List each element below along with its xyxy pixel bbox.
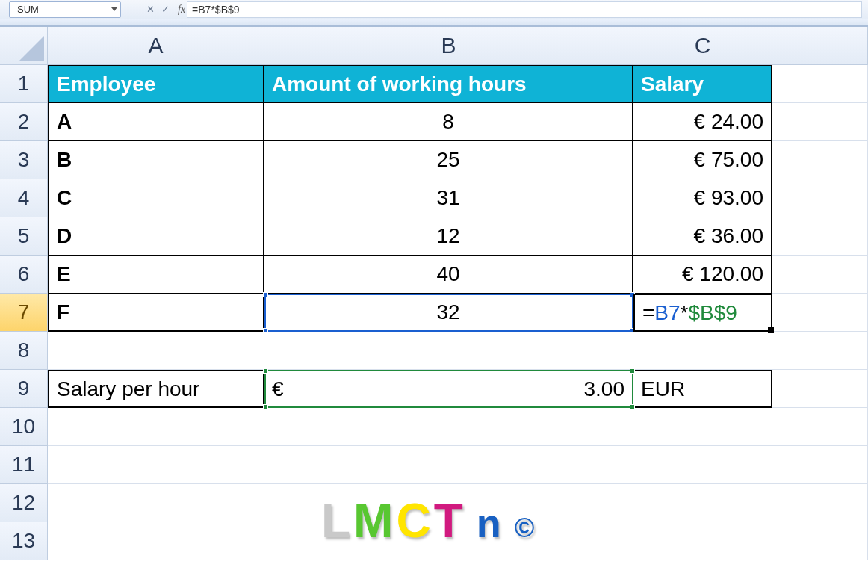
logo-watermark: L M C T n © <box>321 493 537 548</box>
column-header-blank[interactable] <box>772 27 868 65</box>
select-all-corner[interactable] <box>0 27 48 65</box>
row-header-7[interactable]: 7 <box>0 294 48 332</box>
cell-B10[interactable] <box>264 408 633 446</box>
cell-C7[interactable] <box>633 294 772 332</box>
cell-B11[interactable] <box>264 446 633 484</box>
cell-C5[interactable]: € 36.00 <box>633 217 772 256</box>
sph-amount: 3.00 <box>584 377 625 401</box>
cell-A9[interactable]: Salary per hour <box>48 370 264 408</box>
row-header-5[interactable]: 5 <box>0 217 48 256</box>
cell-A6[interactable]: E <box>48 256 264 294</box>
row-header-10[interactable]: 10 <box>0 408 48 446</box>
row-header-13[interactable]: 13 <box>0 522 48 560</box>
cell-C12[interactable] <box>633 484 772 522</box>
row-header-9[interactable]: 9 <box>0 370 48 408</box>
cell-A1[interactable]: Employee <box>48 65 264 103</box>
cell-C4[interactable]: € 93.00 <box>633 179 772 217</box>
chevron-down-icon[interactable] <box>111 7 117 11</box>
cell-A8[interactable] <box>48 332 264 370</box>
cell-A13[interactable] <box>48 522 264 560</box>
cancel-formula-button[interactable]: ✕ <box>145 4 155 15</box>
cell-A2[interactable]: A <box>48 103 264 141</box>
cell-C11[interactable] <box>633 446 772 484</box>
name-box-value: SUM <box>17 4 39 15</box>
row-header-2[interactable]: 2 <box>0 103 48 141</box>
accept-formula-button[interactable]: ✓ <box>160 4 170 15</box>
cell-D1[interactable] <box>772 65 868 103</box>
cell-A11[interactable] <box>48 446 264 484</box>
cell-C10[interactable] <box>633 408 772 446</box>
formula-input[interactable]: =B7*$B$9 <box>187 1 862 18</box>
cell-C8[interactable] <box>633 332 772 370</box>
row-header-12[interactable]: 12 <box>0 484 48 522</box>
cell-B6[interactable]: 40 <box>264 256 633 294</box>
cell-D11[interactable] <box>772 446 868 484</box>
cell-B3[interactable]: 25 <box>264 141 633 179</box>
cell-B1[interactable]: Amount of working hours <box>264 65 633 103</box>
cell-B8[interactable] <box>264 332 633 370</box>
cell-A5[interactable]: D <box>48 217 264 256</box>
name-box[interactable]: SUM <box>9 1 121 18</box>
cell-B5[interactable]: 12 <box>264 217 633 256</box>
spreadsheet-grid[interactable]: A B C 1 Employee Amount of working hours… <box>0 27 868 560</box>
cell-D5[interactable] <box>772 217 868 256</box>
cell-D7[interactable] <box>772 294 868 332</box>
cell-B7[interactable]: 32 <box>264 294 633 332</box>
cell-C3[interactable]: € 75.00 <box>633 141 772 179</box>
cell-D8[interactable] <box>772 332 868 370</box>
row-header-3[interactable]: 3 <box>0 141 48 179</box>
cell-D9[interactable] <box>772 370 868 408</box>
formula-input-text: =B7*$B$9 <box>192 4 239 16</box>
row-header-11[interactable]: 11 <box>0 446 48 484</box>
cell-A4[interactable]: C <box>48 179 264 217</box>
cell-A7[interactable]: F <box>48 294 264 332</box>
cell-A10[interactable] <box>48 408 264 446</box>
cell-D4[interactable] <box>772 179 868 217</box>
cell-C6[interactable]: € 120.00 <box>633 256 772 294</box>
column-header-C[interactable]: C <box>633 27 772 65</box>
row-header-8[interactable]: 8 <box>0 332 48 370</box>
fx-icon[interactable]: fx <box>178 4 185 16</box>
row-header-4[interactable]: 4 <box>0 179 48 217</box>
cell-C13[interactable] <box>633 522 772 560</box>
column-header-B[interactable]: B <box>264 27 633 65</box>
cell-B9[interactable]: € 3.00 <box>264 370 633 408</box>
cell-B4[interactable]: 31 <box>264 179 633 217</box>
cell-D10[interactable] <box>772 408 868 446</box>
ribbon-band <box>0 19 868 27</box>
cell-A12[interactable] <box>48 484 264 522</box>
column-header-A[interactable]: A <box>48 27 264 65</box>
cell-D13[interactable] <box>772 522 868 560</box>
cell-B2[interactable]: 8 <box>264 103 633 141</box>
cell-D2[interactable] <box>772 103 868 141</box>
sph-currency: € <box>272 377 284 401</box>
cell-C1[interactable]: Salary <box>633 65 772 103</box>
row-header-6[interactable]: 6 <box>0 256 48 294</box>
cell-D12[interactable] <box>772 484 868 522</box>
formula-bar: SUM ✕ ✓ fx =B7*$B$9 <box>0 0 868 19</box>
cell-C9[interactable]: EUR <box>633 370 772 408</box>
row-header-1[interactable]: 1 <box>0 65 48 103</box>
cell-C2[interactable]: € 24.00 <box>633 103 772 141</box>
cell-A3[interactable]: B <box>48 141 264 179</box>
cell-D3[interactable] <box>772 141 868 179</box>
cell-D6[interactable] <box>772 256 868 294</box>
